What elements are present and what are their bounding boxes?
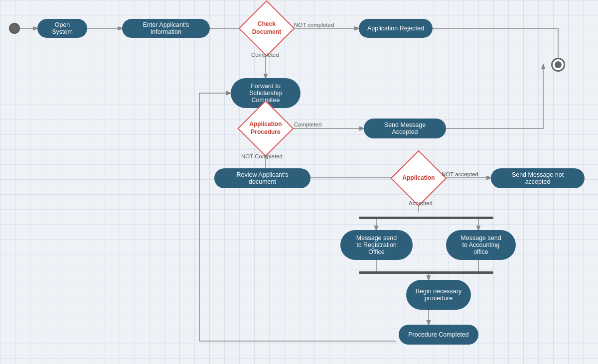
msg-accounting-node: Message send to Accounting office	[446, 230, 516, 260]
send-not-accepted-label: Send Message not accepted	[499, 171, 577, 185]
review-doc-label: Review Applicant's document	[222, 171, 302, 185]
app-rejected-node: Application Rejected	[359, 19, 433, 38]
msg-registration-node: Message send to Registration Office	[340, 230, 413, 260]
open-system-node: Open System	[37, 19, 87, 38]
join-bar	[359, 271, 493, 274]
completed-label-2: Completed	[294, 121, 322, 127]
procedure-completed-node: Procedure Completed	[399, 325, 478, 345]
app-procedure-node: ApplicationProcedure	[246, 109, 286, 148]
application-diamond-node: Application	[399, 158, 439, 198]
flowchart-canvas: Open System Enter Applicant's Informatio…	[0, 0, 598, 364]
send-accepted-label: Send Message Accepted	[372, 121, 438, 135]
begin-procedure-label: Begin necessary procedure	[416, 288, 461, 302]
send-accepted-node: Send Message Accepted	[364, 119, 446, 138]
end-circle	[551, 58, 565, 72]
not-accepted-label: NOT accepted	[442, 171, 478, 177]
app-rejected-label: Application Rejected	[367, 25, 424, 32]
application-diamond-label: Application	[402, 174, 435, 182]
not-completed-2-label: NOT Completed	[241, 153, 283, 159]
msg-accounting-label: Message send to Accounting office	[454, 235, 508, 255]
completed-label-1: Completed	[251, 52, 279, 58]
end-node	[551, 58, 565, 72]
check-doc-label: CheckDocument	[252, 20, 282, 36]
app-procedure-label: ApplicationProcedure	[249, 121, 282, 136]
not-completed-label: NOT completed	[294, 22, 334, 28]
start-circle	[9, 23, 20, 34]
procedure-completed-label: Procedure Completed	[408, 331, 469, 338]
fork-bar	[359, 217, 493, 219]
begin-procedure-node: Begin necessary procedure	[406, 280, 471, 310]
msg-registration-label: Message send to Registration Office	[348, 235, 405, 255]
accepted-label: Accepted	[409, 200, 433, 206]
enter-info-label: Enter Applicant's Information	[130, 21, 202, 35]
start-node	[9, 23, 20, 34]
review-doc-node: Review Applicant's document	[214, 168, 310, 188]
send-not-accepted-node: Send Message not accepted	[491, 168, 585, 188]
check-doc-node: CheckDocument	[244, 8, 289, 48]
open-system-label: Open System	[45, 21, 79, 35]
enter-info-node: Enter Applicant's Information	[122, 19, 210, 38]
